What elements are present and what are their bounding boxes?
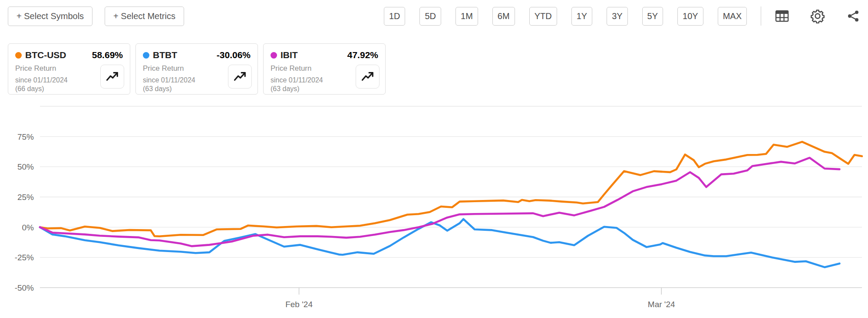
card-symbol: BTBT (153, 50, 177, 60)
y-axis-label: 0% (22, 223, 34, 232)
card-days-count: (63 days) (271, 85, 300, 92)
card-symbol: BTC-USD (25, 50, 66, 60)
metric-cards: BTC-USD 58.69% Price Return since 01/11/… (8, 43, 386, 95)
y-axis-label: 75% (17, 132, 34, 141)
card-since-date: since 01/11/2024 (15, 76, 68, 84)
metric-card-ibit[interactable]: IBIT 47.92% Price Return since 01/11/202… (263, 43, 386, 95)
gear-icon-glyph (810, 9, 825, 23)
price-return-chart[interactable]: 75%50%25%0%-25%-50%Feb '24Mar '24 (0, 100, 868, 318)
x-axis-label: Feb '24 (285, 300, 313, 309)
chart-tool-icons (774, 8, 861, 24)
range-button-1d[interactable]: 1D (384, 7, 406, 26)
card-header-row: IBIT 47.92% (271, 50, 378, 60)
y-axis-label: -25% (15, 253, 34, 262)
card-value: 47.92% (347, 50, 378, 60)
card-days-count: (63 days) (143, 85, 172, 92)
range-button-1y[interactable]: 1Y (571, 7, 592, 26)
trending-up-icon (106, 71, 119, 83)
share-icon[interactable] (845, 8, 861, 24)
y-axis-label: -50% (15, 283, 34, 292)
series-line-btbt (40, 219, 839, 267)
card-symbol: IBIT (281, 50, 298, 60)
table-icon[interactable] (774, 8, 790, 24)
range-button-10y[interactable]: 10Y (677, 7, 703, 26)
series-line-btc-usd (40, 142, 862, 236)
range-button-3y[interactable]: 3Y (607, 7, 627, 26)
date-range-buttons: 1D5D1M6MYTD1Y3Y5Y10YMAX (384, 7, 747, 26)
trending-up-icon (234, 71, 247, 83)
table-icon-glyph (775, 10, 789, 23)
range-button-ytd[interactable]: YTD (529, 7, 557, 26)
card-value: 58.69% (92, 50, 123, 60)
range-button-6m[interactable]: 6M (492, 7, 515, 26)
settings-gear-icon[interactable] (810, 8, 825, 24)
range-button-5d[interactable]: 5D (419, 7, 441, 26)
card-since-date: since 01/11/2024 (271, 76, 323, 84)
card-header-row: BTBT -30.06% (143, 50, 251, 60)
card-since-date: since 01/11/2024 (143, 76, 195, 84)
x-axis-label: Mar '24 (648, 300, 675, 309)
series-color-dot (15, 52, 22, 59)
y-axis-label: 25% (17, 193, 34, 202)
toolbar: + Select Symbols + Select Metrics 1D5D1M… (8, 6, 861, 26)
range-button-5y[interactable]: 5Y (642, 7, 663, 26)
card-days-count: (66 days) (15, 85, 44, 92)
series-color-dot (143, 52, 149, 59)
metric-card-btbt[interactable]: BTBT -30.06% Price Return since 01/11/20… (135, 43, 258, 95)
sparkline-button[interactable] (100, 65, 124, 89)
chart-canvas[interactable]: 75%50%25%0%-25%-50%Feb '24Mar '24 (0, 100, 868, 318)
series-color-dot (271, 52, 277, 59)
card-header-row: BTC-USD 58.69% (15, 50, 123, 60)
chart-controls: 1D5D1M6MYTD1Y3Y5Y10YMAX (384, 7, 861, 26)
select-metrics-button[interactable]: + Select Metrics (105, 7, 184, 26)
metric-card-btc-usd[interactable]: BTC-USD 58.69% Price Return since 01/11/… (8, 43, 130, 95)
select-symbols-button[interactable]: + Select Symbols (8, 7, 92, 26)
range-button-1m[interactable]: 1M (455, 7, 478, 26)
range-button-max[interactable]: MAX (718, 7, 747, 26)
series-line-ibit (40, 158, 839, 246)
trending-up-icon (361, 71, 374, 83)
selector-buttons: + Select Symbols + Select Metrics (8, 7, 184, 26)
card-value: -30.06% (217, 50, 251, 60)
sparkline-button[interactable] (356, 65, 380, 89)
toolbar-divider (761, 7, 761, 26)
sparkline-button[interactable] (228, 65, 252, 89)
share-icon-glyph (847, 10, 860, 23)
y-axis-label: 50% (17, 162, 34, 171)
